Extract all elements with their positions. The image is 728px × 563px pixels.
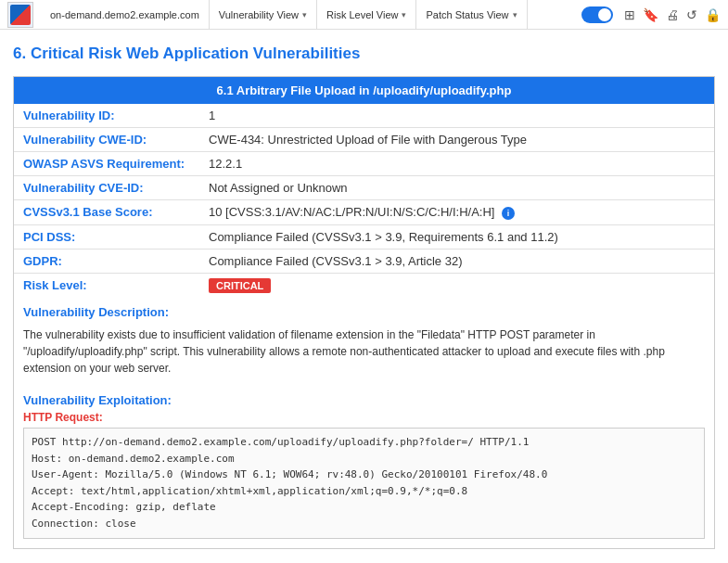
field-value-pci: Compliance Failed (CVSSv3.1 > 3.9, Requi… [199, 225, 714, 250]
field-label-cwe: Vulnerability CWE-ID: [14, 128, 199, 152]
field-value-gdpr: Compliance Failed (CVSSv3.1 > 3.9, Artic… [199, 250, 714, 274]
app-logo [7, 2, 33, 28]
field-value-cwe: CWE-434: Unrestricted Upload of File wit… [199, 128, 714, 152]
field-value-risk: CRITICAL [199, 274, 714, 299]
field-value-cvss: 10 [CVSS:3.1/AV:N/AC:L/PR:N/UI:N/S:C/C:H… [199, 200, 714, 225]
field-label-owasp: OWASP ASVS Requirement: [14, 152, 199, 176]
main-content: 6. Critical Risk Web Application Vulnera… [0, 30, 728, 563]
field-value-owasp: 12.2.1 [199, 152, 714, 176]
table-row: Risk Level: CRITICAL [14, 274, 714, 299]
field-label-gdpr: GDPR: [14, 250, 199, 274]
code-line-4: Accept: text/html,application/xhtml+xml,… [32, 483, 696, 500]
vulnerability-info-table: Vulnerability ID: 1 Vulnerability CWE-ID… [14, 104, 714, 298]
code-line-5: Accept-Encoding: gzip, deflate [32, 499, 696, 516]
table-row: OWASP ASVS Requirement: 12.2.1 [14, 152, 714, 176]
cvss-info-icon[interactable]: i [502, 207, 515, 220]
http-request-code-box[interactable]: POST http://on-demand.demo2.example.com/… [23, 428, 705, 539]
code-line-6: Connection: close [32, 516, 696, 532]
lock-icon[interactable]: 🔒 [705, 7, 721, 22]
chevron-down-icon: ▾ [302, 10, 307, 19]
field-value-cve: Not Assigned or Unknown [199, 176, 714, 200]
topbar-icons: ⊞ 🔖 🖨 ↺ 🔒 [624, 7, 721, 22]
table-row: Vulnerability CVE-ID: Not Assigned or Un… [14, 176, 714, 200]
field-label-vuln-id: Vulnerability ID: [14, 104, 199, 128]
chevron-down-icon: ▾ [513, 10, 517, 19]
domain-label: on-demand.demo2.example.com [41, 0, 210, 29]
http-request-label: HTTP Request: [14, 409, 714, 428]
bookmark-icon[interactable]: 🔖 [643, 7, 658, 22]
vuln-desc-text: The vulnerability exists due to insuffic… [14, 323, 714, 386]
field-label-cvss: CVSSv3.1 Base Score: [14, 200, 199, 225]
critical-badge: CRITICAL [209, 278, 271, 293]
field-label-risk: Risk Level: [14, 274, 199, 299]
chevron-down-icon: ▾ [402, 10, 406, 19]
table-row: Vulnerability ID: 1 [14, 104, 714, 128]
print-icon[interactable]: 🖨 [666, 7, 679, 22]
exploit-label: Vulnerability Exploitation: [14, 386, 714, 409]
vuln-desc-label: Vulnerability Description: [14, 298, 714, 323]
toggle-switch-container[interactable] [581, 6, 613, 23]
grid-icon[interactable]: ⊞ [624, 7, 635, 22]
vuln-view-nav[interactable]: Vulnerability View ▾ [210, 0, 317, 29]
refresh-icon[interactable]: ↺ [686, 7, 697, 22]
toggle-knob [598, 8, 611, 21]
code-line-1: POST http://on-demand.demo2.example.com/… [32, 434, 696, 451]
code-line-3: User-Agent: Mozilla/5.0 (Windows NT 6.1;… [32, 467, 696, 483]
vulnerability-section: 6.1 Arbitrary File Upload in /uploadify/… [13, 76, 715, 549]
field-value-vuln-id: 1 [199, 104, 714, 128]
toggle-switch[interactable] [581, 6, 613, 23]
code-line-2: Host: on-demand.demo2.example.com [32, 451, 696, 467]
topbar: on-demand.demo2.example.com Vulnerabilit… [0, 0, 728, 30]
table-row: PCI DSS: Compliance Failed (CVSSv3.1 > 3… [14, 225, 714, 250]
field-label-cve: Vulnerability CVE-ID: [14, 176, 199, 200]
page-title: 6. Critical Risk Web Application Vulnera… [13, 45, 715, 63]
table-row: Vulnerability CWE-ID: CWE-434: Unrestric… [14, 128, 714, 152]
patch-view-nav[interactable]: Patch Status View ▾ [416, 0, 527, 29]
table-row: GDPR: Compliance Failed (CVSSv3.1 > 3.9,… [14, 250, 714, 274]
section-header: 6.1 Arbitrary File Upload in /uploadify/… [14, 77, 714, 104]
field-label-pci: PCI DSS: [14, 225, 199, 250]
table-row: CVSSv3.1 Base Score: 10 [CVSS:3.1/AV:N/A… [14, 200, 714, 225]
risk-view-nav[interactable]: Risk Level View ▾ [317, 0, 416, 29]
